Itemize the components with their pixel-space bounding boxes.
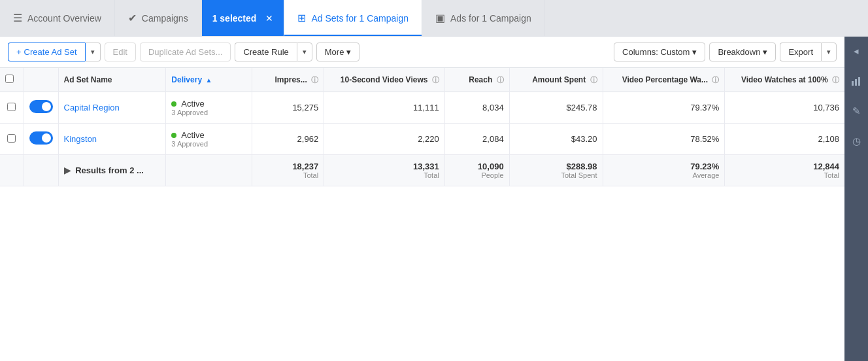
row1-video-views-val: 11,111 xyxy=(413,103,439,112)
summary-reach: 10,090 People xyxy=(444,155,509,186)
header-video-views: 10-Second Video Views ⓘ xyxy=(324,68,445,92)
create-rule-button[interactable]: Create Rule xyxy=(235,43,296,61)
side-edit-icon[interactable]: ✎ xyxy=(847,102,865,120)
row2-checkbox-cell xyxy=(0,124,24,155)
summary-amount-spent: $288.98 Total Spent xyxy=(509,155,603,186)
row1-checkbox[interactable] xyxy=(7,103,16,111)
header-reach: Reach ⓘ xyxy=(444,68,509,92)
summary-checkbox-cell xyxy=(0,155,24,186)
row2-checkbox[interactable] xyxy=(7,134,16,143)
tab-ads-label: Ads for 1 Campaign xyxy=(450,13,531,24)
amount-info-icon[interactable]: ⓘ xyxy=(590,76,597,84)
export-dropdown-button[interactable]: ▾ xyxy=(821,43,837,61)
duplicate-ad-sets-button[interactable]: Duplicate Ad Sets... xyxy=(140,43,231,61)
reach-info-icon[interactable]: ⓘ xyxy=(497,76,504,84)
tab-ad-sets[interactable]: ⊞ Ad Sets for 1 Campaign xyxy=(284,0,422,36)
summary-video-100: 12,844 Total xyxy=(725,155,844,186)
row1-toggle[interactable] xyxy=(29,100,53,113)
side-back-icon[interactable]: ◂ xyxy=(847,42,865,60)
summary-row: ▶ Results from 2 ... 18,237 Total 13,331… xyxy=(0,155,844,186)
columns-label: Columns: Custom xyxy=(622,47,690,57)
impressions-info-icon[interactable]: ⓘ xyxy=(311,76,318,84)
table-row: Kingston Active 3 Approved 2,962 xyxy=(0,124,844,155)
ads-icon: ▣ xyxy=(435,12,445,24)
row2-delivery-sub: 3 Approved xyxy=(171,140,246,148)
summary-vidpct-sub: Average xyxy=(609,171,720,179)
row1-reach-val: 8,034 xyxy=(482,103,504,112)
summary-vid100-val: 12,844 xyxy=(813,162,839,171)
table-header-row: Ad Set Name Delivery ▲ Impres... ⓘ xyxy=(0,68,844,92)
toolbar: + Create Ad Set ▾ Edit Duplicate Ad Sets… xyxy=(0,37,844,68)
selected-badge[interactable]: 1 selected ✕ xyxy=(202,0,285,36)
row1-impressions: 15,275 xyxy=(252,92,324,124)
tab-account-overview[interactable]: ☰ Account Overview xyxy=(0,0,115,36)
table-row: Capital Region Active 3 Approved 15,2 xyxy=(0,92,844,124)
row2-name[interactable]: Kingston xyxy=(58,124,166,155)
row1-delivery-sub: 3 Approved xyxy=(171,109,246,116)
row2-impressions: 2,962 xyxy=(252,124,324,155)
create-ad-set-dropdown-button[interactable]: ▾ xyxy=(85,43,101,61)
edit-button[interactable]: Edit xyxy=(105,43,136,61)
tab-account-overview-label: Account Overview xyxy=(27,13,101,24)
create-rule-label: Create Rule xyxy=(243,47,288,57)
row1-video-100: 10,736 xyxy=(725,92,844,124)
header-delivery[interactable]: Delivery ▲ xyxy=(166,68,252,92)
ad-sets-icon: ⊞ xyxy=(297,12,306,24)
svg-rect-2 xyxy=(858,77,860,86)
select-all-checkbox[interactable] xyxy=(5,75,14,83)
row1-name[interactable]: Capital Region xyxy=(58,92,166,124)
header-impressions: Impres... ⓘ xyxy=(252,68,324,92)
tab-ads[interactable]: ▣ Ads for 1 Campaign xyxy=(422,0,545,36)
row2-toggle[interactable] xyxy=(29,131,53,145)
header-video-pct: Video Percentage Wa... ⓘ xyxy=(603,68,725,92)
plus-icon: + xyxy=(16,47,22,57)
sort-ascending-icon: ▲ xyxy=(205,77,212,84)
summary-expand-icon[interactable]: ▶ xyxy=(64,165,71,175)
row2-vidpct-val: 78.52% xyxy=(690,134,719,144)
row2-active-dot xyxy=(171,133,176,138)
create-ad-set-button[interactable]: + Create Ad Set xyxy=(8,43,85,61)
more-label: More xyxy=(325,47,344,57)
row2-delivery: Active 3 Approved xyxy=(166,124,252,155)
summary-video-views-sub: Total xyxy=(329,171,439,179)
row2-video-100: 2,108 xyxy=(725,124,844,155)
summary-vidpct-val: 79.23% xyxy=(690,162,719,171)
summary-toggle-cell xyxy=(24,155,58,186)
more-button[interactable]: More ▾ xyxy=(316,43,360,61)
vidpct-info-icon[interactable]: ⓘ xyxy=(712,76,719,84)
side-chart-icon[interactable] xyxy=(847,72,865,90)
export-group: Export ▾ xyxy=(780,43,837,61)
create-ad-set-label: Create Ad Set xyxy=(24,47,77,57)
deselect-button[interactable]: ✕ xyxy=(265,13,273,24)
export-label: Export xyxy=(788,47,813,57)
summary-impressions-sub: Total xyxy=(258,171,318,179)
campaigns-icon: ✔ xyxy=(128,12,137,24)
side-clock-icon[interactable]: ◷ xyxy=(847,132,865,150)
summary-reach-val: 10,090 xyxy=(478,162,504,171)
tabs-bar: ☰ Account Overview ✔ Campaigns 1 selecte… xyxy=(0,0,868,37)
summary-impressions: 18,237 Total xyxy=(252,155,324,186)
header-checkbox-cell xyxy=(0,68,24,92)
vid100-info-icon[interactable]: ⓘ xyxy=(832,76,839,84)
row1-video-views: 11,111 xyxy=(324,92,445,124)
tab-campaigns-label: Campaigns xyxy=(142,13,188,24)
columns-custom-button[interactable]: Columns: Custom ▾ xyxy=(614,43,705,61)
row1-checkbox-cell xyxy=(0,92,24,124)
columns-chevron-icon: ▾ xyxy=(692,47,697,57)
breakdown-button[interactable]: Breakdown ▾ xyxy=(709,43,776,61)
side-panel: ◂ ✎ ◷ xyxy=(844,37,868,361)
tab-campaigns[interactable]: ✔ Campaigns xyxy=(115,0,202,36)
video-views-info-icon[interactable]: ⓘ xyxy=(432,76,439,84)
export-button[interactable]: Export xyxy=(780,43,821,61)
header-amount-spent: Amount Spent ⓘ xyxy=(509,68,603,92)
summary-reach-sub: People xyxy=(450,171,504,179)
breakdown-chevron-icon: ▾ xyxy=(763,47,767,57)
row1-vid100-val: 10,736 xyxy=(813,103,839,112)
row2-amount-val: $43.20 xyxy=(571,134,597,144)
row1-delivery-status: Active xyxy=(181,99,204,109)
create-rule-dropdown-button[interactable]: ▾ xyxy=(297,43,312,61)
row1-video-pct: 79.37% xyxy=(603,92,725,124)
create-rule-group: Create Rule ▾ xyxy=(235,43,312,61)
summary-video-views: 13,331 Total xyxy=(324,155,445,186)
header-toggle-cell xyxy=(24,68,58,92)
